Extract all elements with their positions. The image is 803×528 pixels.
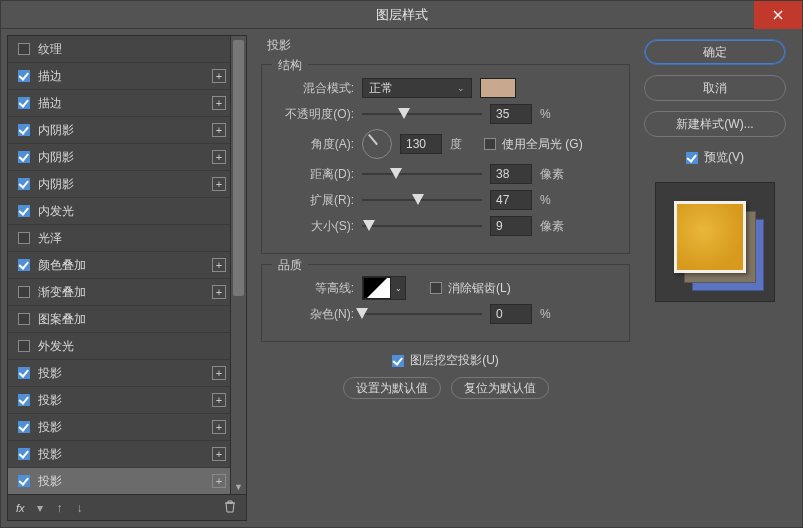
effect-row[interactable]: 纹理 bbox=[8, 36, 246, 63]
reset-default-button[interactable]: 复位为默认值 bbox=[451, 377, 549, 399]
scroll-thumb[interactable] bbox=[233, 40, 244, 296]
scroll-down-icon[interactable]: ▼ bbox=[231, 480, 246, 494]
distance-unit: 像素 bbox=[540, 166, 566, 183]
opacity-slider[interactable] bbox=[362, 107, 482, 121]
distance-slider[interactable] bbox=[362, 167, 482, 181]
effect-checkbox[interactable] bbox=[18, 205, 30, 217]
effect-row[interactable]: 渐变叠加+ bbox=[8, 279, 246, 306]
effect-checkbox[interactable] bbox=[18, 394, 30, 406]
effect-checkbox[interactable] bbox=[18, 124, 30, 136]
fx-menu-button[interactable]: fx bbox=[16, 502, 25, 514]
preview-checkbox[interactable]: 预览(V) bbox=[644, 149, 786, 166]
effect-label: 内阴影 bbox=[38, 122, 74, 139]
effect-row[interactable]: 内阴影+ bbox=[8, 171, 246, 198]
effect-checkbox[interactable] bbox=[18, 475, 30, 487]
effect-row[interactable]: 投影+ bbox=[8, 468, 246, 494]
effect-label: 描边 bbox=[38, 68, 62, 85]
effect-label: 渐变叠加 bbox=[38, 284, 86, 301]
add-effect-icon[interactable]: + bbox=[212, 393, 226, 407]
spread-input[interactable]: 47 bbox=[490, 190, 532, 210]
add-effect-icon[interactable]: + bbox=[212, 258, 226, 272]
angle-dial[interactable] bbox=[362, 129, 392, 159]
set-default-button[interactable]: 设置为默认值 bbox=[343, 377, 441, 399]
add-effect-icon[interactable]: + bbox=[212, 366, 226, 380]
settings-panel: 投影 结构 混合模式: 正常 ⌄ 不透明度(O): 35 % bbox=[247, 35, 644, 521]
effect-row[interactable]: 外发光 bbox=[8, 333, 246, 360]
effect-checkbox[interactable] bbox=[18, 421, 30, 433]
effect-row[interactable]: 内发光 bbox=[8, 198, 246, 225]
add-effect-icon[interactable]: + bbox=[212, 420, 226, 434]
knockout-label: 图层挖空投影(U) bbox=[410, 352, 499, 369]
effect-row[interactable]: 投影+ bbox=[8, 360, 246, 387]
add-effect-icon[interactable]: + bbox=[212, 150, 226, 164]
noise-input[interactable]: 0 bbox=[490, 304, 532, 324]
move-up-icon[interactable]: ↑ bbox=[55, 499, 65, 517]
titlebar: 图层样式 bbox=[1, 1, 802, 29]
size-input[interactable]: 9 bbox=[490, 216, 532, 236]
effect-row[interactable]: 投影+ bbox=[8, 441, 246, 468]
action-panel: 确定 取消 新建样式(W)... 预览(V) bbox=[644, 35, 796, 521]
effect-checkbox[interactable] bbox=[18, 70, 30, 82]
effect-row[interactable]: 内阴影+ bbox=[8, 144, 246, 171]
close-icon bbox=[773, 10, 783, 20]
chevron-down-icon[interactable]: ▾ bbox=[35, 499, 45, 517]
effect-checkbox[interactable] bbox=[18, 313, 30, 325]
effect-checkbox[interactable] bbox=[18, 340, 30, 352]
size-slider[interactable] bbox=[362, 219, 482, 233]
add-effect-icon[interactable]: + bbox=[212, 177, 226, 191]
effect-checkbox[interactable] bbox=[18, 178, 30, 190]
effects-list: 纹理描边+描边+内阴影+内阴影+内阴影+内发光光泽颜色叠加+渐变叠加+图案叠加外… bbox=[8, 36, 246, 494]
effect-checkbox[interactable] bbox=[18, 97, 30, 109]
panel-title: 投影 bbox=[267, 37, 630, 54]
effect-checkbox[interactable] bbox=[18, 448, 30, 460]
effect-label: 内阴影 bbox=[38, 149, 74, 166]
effect-label: 描边 bbox=[38, 95, 62, 112]
effect-row[interactable]: 描边+ bbox=[8, 90, 246, 117]
opacity-unit: % bbox=[540, 107, 566, 121]
effect-row[interactable]: 投影+ bbox=[8, 387, 246, 414]
effect-checkbox[interactable] bbox=[18, 367, 30, 379]
effect-label: 投影 bbox=[38, 419, 62, 436]
effect-row[interactable]: 图案叠加 bbox=[8, 306, 246, 333]
add-effect-icon[interactable]: + bbox=[212, 96, 226, 110]
blend-mode-label: 混合模式: bbox=[274, 80, 354, 97]
spread-slider[interactable] bbox=[362, 193, 482, 207]
effects-footer: fx ▾ ↑ ↓ bbox=[8, 494, 246, 520]
antialias-checkbox[interactable]: 消除锯齿(L) bbox=[430, 280, 511, 297]
angle-row: 角度(A): 130 度 使用全局光 (G) bbox=[274, 127, 617, 161]
global-light-checkbox[interactable]: 使用全局光 (G) bbox=[484, 136, 583, 153]
effect-row[interactable]: 内阴影+ bbox=[8, 117, 246, 144]
noise-label: 杂色(N): bbox=[274, 306, 354, 323]
add-effect-icon[interactable]: + bbox=[212, 285, 226, 299]
effect-checkbox[interactable] bbox=[18, 286, 30, 298]
new-style-button[interactable]: 新建样式(W)... bbox=[644, 111, 786, 137]
effect-row[interactable]: 颜色叠加+ bbox=[8, 252, 246, 279]
effect-checkbox[interactable] bbox=[18, 259, 30, 271]
distance-input[interactable]: 38 bbox=[490, 164, 532, 184]
close-button[interactable] bbox=[754, 1, 802, 29]
knockout-checkbox[interactable]: 图层挖空投影(U) bbox=[261, 352, 630, 369]
blend-mode-select[interactable]: 正常 ⌄ bbox=[362, 78, 472, 98]
noise-slider[interactable] bbox=[362, 307, 482, 321]
global-light-label: 使用全局光 (G) bbox=[502, 136, 583, 153]
contour-picker[interactable]: ⌄ bbox=[362, 276, 406, 300]
color-swatch[interactable] bbox=[480, 78, 516, 98]
add-effect-icon[interactable]: + bbox=[212, 474, 226, 488]
effect-row[interactable]: 投影+ bbox=[8, 414, 246, 441]
add-effect-icon[interactable]: + bbox=[212, 447, 226, 461]
effect-row[interactable]: 光泽 bbox=[8, 225, 246, 252]
move-down-icon[interactable]: ↓ bbox=[75, 499, 85, 517]
effect-checkbox[interactable] bbox=[18, 151, 30, 163]
ok-button[interactable]: 确定 bbox=[644, 39, 786, 65]
cancel-button[interactable]: 取消 bbox=[644, 75, 786, 101]
effect-checkbox[interactable] bbox=[18, 43, 30, 55]
effect-label: 内阴影 bbox=[38, 176, 74, 193]
effect-checkbox[interactable] bbox=[18, 232, 30, 244]
trash-icon[interactable] bbox=[222, 498, 238, 518]
effect-row[interactable]: 描边+ bbox=[8, 63, 246, 90]
add-effect-icon[interactable]: + bbox=[212, 123, 226, 137]
opacity-input[interactable]: 35 bbox=[490, 104, 532, 124]
angle-input[interactable]: 130 bbox=[400, 134, 442, 154]
scrollbar[interactable]: ▲ ▼ bbox=[230, 36, 246, 494]
add-effect-icon[interactable]: + bbox=[212, 69, 226, 83]
